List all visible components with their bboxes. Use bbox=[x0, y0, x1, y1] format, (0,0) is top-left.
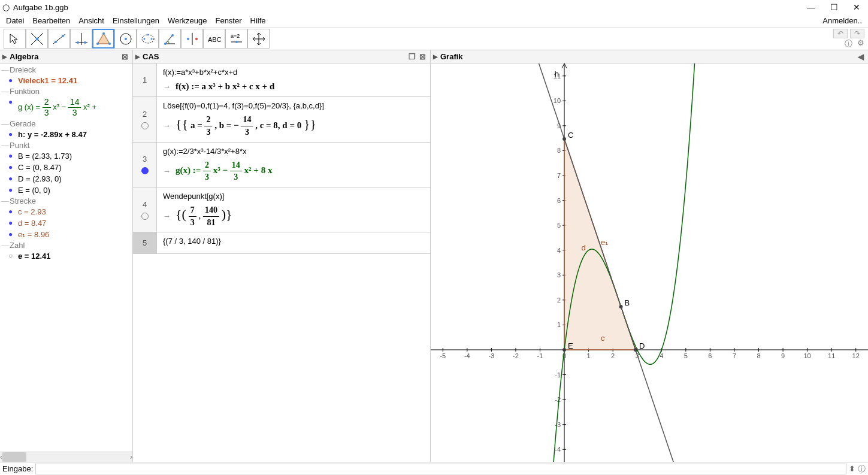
algebra-item[interactable]: E = (0, 0) bbox=[0, 184, 132, 196]
menu-werkzeuge[interactable]: Werkzeuge bbox=[164, 15, 211, 26]
graphics-view[interactable]: -5-4-3-2-10123456789101112-4-3-2-1123456… bbox=[431, 63, 868, 462]
tool-perpendicular[interactable] bbox=[70, 29, 92, 49]
toolbar: ABC a=2 ↶ ↷ ⓘ ⚙ bbox=[0, 28, 868, 50]
app-icon: ◯ bbox=[2, 4, 10, 11]
menu-fenster[interactable]: Fenster bbox=[211, 15, 245, 26]
login-link[interactable]: Anmelden.. bbox=[819, 15, 866, 26]
menu-einstellungen[interactable]: Einstellungen bbox=[109, 15, 163, 26]
cas-row-number[interactable]: 3 bbox=[133, 143, 157, 187]
tool-move[interactable] bbox=[4, 29, 26, 49]
svg-text:9: 9 bbox=[781, 352, 785, 359]
algebra-item[interactable]: Vieleck1 = 12.41 bbox=[0, 75, 132, 86]
algebra-item[interactable]: h: y = -2.89x + 8.47 bbox=[0, 129, 132, 140]
algebra-item[interactable]: e₁ = 8.96 bbox=[0, 229, 132, 240]
cas-window-icon[interactable]: ❐ bbox=[407, 52, 418, 61]
input-dropdown-icon[interactable]: ⬍ bbox=[849, 464, 855, 473]
svg-text:-3: -3 bbox=[488, 352, 494, 359]
grafik-header[interactable]: ▶Grafik ◀ bbox=[431, 50, 868, 63]
algebra-item[interactable]: C = (0, 8.47) bbox=[0, 162, 132, 173]
tool-text[interactable]: ABC bbox=[203, 29, 225, 49]
algebra-title: Algebra bbox=[10, 52, 38, 61]
tool-angle[interactable] bbox=[159, 29, 181, 49]
algebra-item[interactable]: d = 8.47 bbox=[0, 217, 132, 229]
cas-cell[interactable]: g(x):=2/3*x³-14/3*x²+8*x→g(x) := 23 x³ −… bbox=[157, 143, 430, 187]
svg-text:D: D bbox=[639, 341, 645, 350]
settings-icon[interactable]: ⚙ bbox=[857, 38, 864, 49]
algebra-group[interactable]: Dreieck bbox=[0, 65, 132, 75]
grafik-title: Grafik bbox=[440, 52, 463, 61]
svg-point-24 bbox=[195, 38, 198, 40]
svg-text:-1: -1 bbox=[555, 371, 561, 379]
tool-polygon[interactable] bbox=[92, 29, 114, 49]
tool-circle[interactable] bbox=[114, 29, 137, 49]
svg-text:2: 2 bbox=[611, 352, 615, 359]
algebra-item[interactable]: e = 12.41 bbox=[0, 250, 132, 262]
algebra-close-icon[interactable]: ⊠ bbox=[120, 52, 130, 61]
cas-row-number[interactable]: 1 bbox=[133, 63, 157, 96]
cas-header[interactable]: ▶CAS ❐⊠ bbox=[133, 50, 430, 63]
algebra-panel: ▶Algebra ⊠ DreieckVieleck1 = 12.41Funkti… bbox=[0, 50, 133, 462]
cas-row[interactable]: 1f(x):=a*x³+b*x²+c*x+d→f(x) := a x³ + b … bbox=[133, 63, 430, 97]
command-input[interactable] bbox=[35, 464, 846, 474]
algebra-item[interactable]: c = 2.93 bbox=[0, 206, 132, 217]
menu-hilfe[interactable]: Hilfe bbox=[247, 15, 270, 26]
grafik-panel: ▶Grafik ◀ -5-4-3-2-10123456789101112-4-3… bbox=[431, 50, 868, 462]
menu-datei[interactable]: Datei bbox=[2, 15, 28, 26]
cas-close-icon[interactable]: ⊠ bbox=[418, 52, 428, 61]
svg-point-15 bbox=[125, 38, 127, 40]
help-icon[interactable]: ⓘ bbox=[845, 38, 852, 49]
algebra-item[interactable]: D = (2.93, 0) bbox=[0, 173, 132, 184]
tool-reflect[interactable] bbox=[181, 29, 203, 49]
close-button[interactable]: ✕ bbox=[848, 1, 866, 13]
svg-text:12: 12 bbox=[852, 352, 860, 359]
undo-button[interactable]: ↶ bbox=[833, 29, 848, 38]
tool-move-view[interactable] bbox=[247, 29, 270, 49]
cas-rows[interactable]: 1f(x):=a*x³+b*x²+c*x+d→f(x) := a x³ + b … bbox=[133, 63, 430, 462]
svg-text:ABC: ABC bbox=[208, 36, 222, 43]
cas-cell[interactable]: {(7 / 3, 140 / 81)} bbox=[157, 232, 430, 253]
input-help-icon[interactable]: ⓘ bbox=[858, 464, 866, 474]
cas-cell[interactable]: Löse[{f(0)=0,f(1)=4, f(3)=0,f(5)=20/3}, … bbox=[157, 97, 430, 141]
cas-row-number[interactable]: 2 bbox=[133, 97, 157, 141]
tool-line[interactable] bbox=[48, 29, 70, 49]
minimize-button[interactable]: ― bbox=[802, 1, 820, 13]
cas-panel: ▶CAS ❐⊠ 1f(x):=a*x³+b*x²+c*x+d→f(x) := a… bbox=[133, 50, 431, 462]
menu-ansicht[interactable]: Ansicht bbox=[75, 15, 108, 26]
redo-button[interactable]: ↷ bbox=[850, 29, 864, 38]
tool-slider[interactable]: a=2 bbox=[225, 29, 247, 49]
algebra-scrollbar[interactable]: ‹› bbox=[0, 452, 132, 462]
cas-row-number[interactable]: 4 bbox=[133, 187, 157, 232]
cas-cell[interactable]: f(x):=a*x³+b*x²+c*x+d→f(x) := a x³ + b x… bbox=[157, 63, 430, 96]
maximize-button[interactable]: ☐ bbox=[825, 1, 843, 13]
algebra-group[interactable]: Punkt bbox=[0, 140, 132, 150]
grafik-expand-icon[interactable]: ◀ bbox=[856, 52, 866, 61]
collapse-icon: ▶ bbox=[135, 53, 140, 60]
cas-row[interactable]: 2Löse[{f(0)=0,f(1)=4, f(3)=0,f(5)=20/3},… bbox=[133, 97, 430, 142]
menu-bearbeiten[interactable]: Bearbeiten bbox=[29, 15, 74, 26]
svg-point-8 bbox=[77, 41, 79, 44]
algebra-group[interactable]: Strecke bbox=[0, 196, 132, 206]
svg-text:4: 4 bbox=[557, 247, 561, 254]
tool-point[interactable] bbox=[26, 29, 48, 49]
svg-point-12 bbox=[108, 43, 111, 45]
svg-point-2 bbox=[35, 37, 38, 40]
cas-row[interactable]: 3g(x):=2/3*x³-14/3*x²+8*x→g(x) := 23 x³ … bbox=[133, 143, 430, 187]
algebra-tree[interactable]: DreieckVieleck1 = 12.41Funktiong (x) = 2… bbox=[0, 63, 132, 452]
svg-point-28 bbox=[235, 41, 238, 43]
cas-row[interactable]: 5{(7 / 3, 140 / 81)} bbox=[133, 232, 430, 253]
algebra-item[interactable]: g (x) = 23 x³ − 143 x² + bbox=[0, 96, 132, 119]
svg-text:11: 11 bbox=[828, 352, 835, 359]
cas-row[interactable]: 4Wendepunkt[g(x)]→{( 73 , 14081 )} bbox=[133, 187, 430, 232]
algebra-header[interactable]: ▶Algebra ⊠ bbox=[0, 50, 132, 63]
algebra-item[interactable]: B = (2.33, 1.73) bbox=[0, 150, 132, 162]
tool-ellipse[interactable] bbox=[137, 29, 159, 49]
cas-row-number[interactable]: 5 bbox=[133, 232, 157, 253]
algebra-group[interactable]: Funktion bbox=[0, 86, 132, 96]
window-title: Aufgabe 1b.ggb bbox=[13, 3, 68, 12]
svg-point-23 bbox=[187, 38, 189, 40]
svg-text:10: 10 bbox=[554, 97, 561, 104]
algebra-group[interactable]: Zahl bbox=[0, 240, 132, 250]
cas-cell[interactable]: Wendepunkt[g(x)]→{( 73 , 14081 )} bbox=[157, 187, 430, 232]
svg-point-101 bbox=[619, 305, 623, 308]
algebra-group[interactable]: Gerade bbox=[0, 119, 132, 129]
